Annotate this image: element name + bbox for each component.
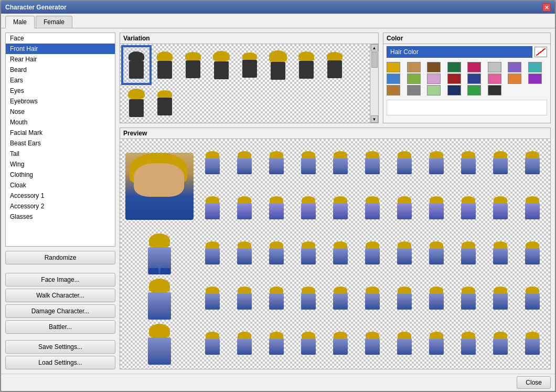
color-swatch[interactable] [427,73,441,84]
sidebar-item-wing[interactable]: Wing [6,159,115,169]
load-settings-button[interactable]: Load Settings... [5,356,115,369]
scroll-thumb[interactable] [371,52,378,68]
preview-sprite-cell [293,277,325,322]
preview-sprite-cell [261,277,293,322]
variation-item[interactable] [179,46,207,84]
sidebar-item-beast-ears[interactable]: Beast Ears [6,138,115,149]
color-swatch[interactable] [387,62,400,72]
preview-sprite-cell [325,231,357,277]
color-swatch[interactable] [427,62,441,72]
walk-character-button[interactable]: Walk Character... [5,289,115,302]
preview-sprite-cell [420,141,452,186]
preview-sprite-cell [229,141,261,186]
sidebar-item-clothing[interactable]: Clothing [6,169,115,180]
color-swatch[interactable] [447,85,461,96]
color-swatch[interactable] [407,85,421,96]
color-panel: Color Hair Color [383,33,551,123]
variation-item[interactable] [236,46,264,84]
top-row: Variation [120,33,551,123]
color-swatch[interactable] [528,73,542,84]
color-swatch[interactable] [508,73,521,84]
color-swatch[interactable] [387,73,400,84]
sidebar-item-nose[interactable]: Nose [6,107,115,117]
preview-sprite-cell [122,231,197,277]
sidebar-item-tail[interactable]: Tail [6,149,115,159]
preview-sprite-cell [261,141,293,186]
sidebar-item-beard[interactable]: Beard [6,65,115,75]
preview-sprite-cell [452,141,484,186]
preview-title: Preview [120,128,550,139]
color-swatch[interactable] [467,85,481,96]
sidebar-item-eyes[interactable]: Eyes [6,86,115,96]
damage-character-button[interactable]: Damage Character... [5,304,115,318]
color-swatch[interactable] [488,73,501,84]
variation-item[interactable] [151,46,179,84]
preview-sprite-cell [325,186,357,231]
color-swatch[interactable] [467,62,481,72]
save-settings-button[interactable]: Save Settings... [5,340,115,354]
variation-scrollbar: ▲ ▼ [370,44,378,123]
color-swatch[interactable] [528,62,542,72]
sidebar-item-cloak[interactable]: Cloak [6,180,115,190]
color-swatch[interactable] [447,73,461,84]
preview-sprite-cell [261,186,293,231]
sidebar-item-rear-hair[interactable]: Rear Hair [6,54,115,65]
scroll-down-btn[interactable]: ▼ [371,115,378,123]
face-image-button[interactable]: Face Image... [5,273,115,287]
sidebar-item-glasses[interactable]: Glasses [6,211,115,222]
variation-title: Variation [120,33,378,44]
preview-sprite-cell [357,141,389,186]
variation-item[interactable] [264,46,292,84]
title-bar: Character Generator ✕ [1,1,555,14]
preview-sprite-cell [420,231,452,277]
sidebar-item-facial-mark[interactable]: Facial Mark [6,128,115,138]
preview-sprite-cell [516,277,548,322]
preview-sprite-cell [388,231,420,277]
preview-sprite-cell [229,231,261,277]
color-swatch-none[interactable] [534,47,547,57]
variation-item[interactable] [151,84,179,122]
color-swatch[interactable] [387,85,400,96]
color-swatch[interactable] [427,85,441,96]
sidebar-item-accessory1[interactable]: Accessory 1 [6,190,115,201]
preview-sprite-cell [388,277,420,322]
color-dropdown[interactable]: Hair Color [387,46,532,58]
variation-item[interactable] [207,46,236,84]
close-icon[interactable]: ✕ [542,3,551,12]
tab-male[interactable]: Male [5,16,35,28]
variation-item[interactable] [320,46,349,84]
preview-sprite-cell [325,141,357,186]
preview-sprite-cell [122,277,197,322]
scroll-track [371,51,378,115]
variation-item[interactable] [122,84,151,122]
sidebar-list: Face Front Hair Rear Hair Beard Ears Eye… [5,33,115,247]
color-swatch[interactable] [407,73,421,84]
window-title: Character Generator [5,4,67,11]
color-swatch[interactable] [447,62,461,72]
preview-panel: Preview // Will render via template [120,128,551,369]
sidebar-item-eyebrows[interactable]: Eyebrows [6,96,115,107]
battler-button[interactable]: Battler... [5,320,115,334]
tab-female[interactable]: Female [36,16,72,28]
sidebar-item-ears[interactable]: Ears [6,75,115,86]
scroll-up-btn[interactable]: ▲ [371,44,378,51]
randomize-button[interactable]: Randomize [5,251,115,264]
color-swatch[interactable] [488,85,501,96]
color-swatch[interactable] [488,62,501,72]
sidebar-item-accessory2[interactable]: Accessory 2 [6,201,115,211]
main-area: Variation [120,33,551,369]
variation-item[interactable] [292,46,320,84]
preview-sprite-cell [388,141,420,186]
preview-sprite-cell [261,322,293,367]
color-swatch[interactable] [508,62,521,72]
color-swatch[interactable] [467,73,481,84]
sidebar-item-front-hair[interactable]: Front Hair [6,44,115,54]
close-button[interactable]: Close [517,376,551,389]
variation-item[interactable] [122,46,151,84]
preview-sprite-cell [197,231,229,277]
color-swatch[interactable] [407,62,421,72]
preview-sprite-cell [357,231,389,277]
sidebar-item-mouth[interactable]: Mouth [6,117,115,128]
sidebar-item-face[interactable]: Face [6,33,115,44]
preview-sprite-cell [420,186,452,231]
